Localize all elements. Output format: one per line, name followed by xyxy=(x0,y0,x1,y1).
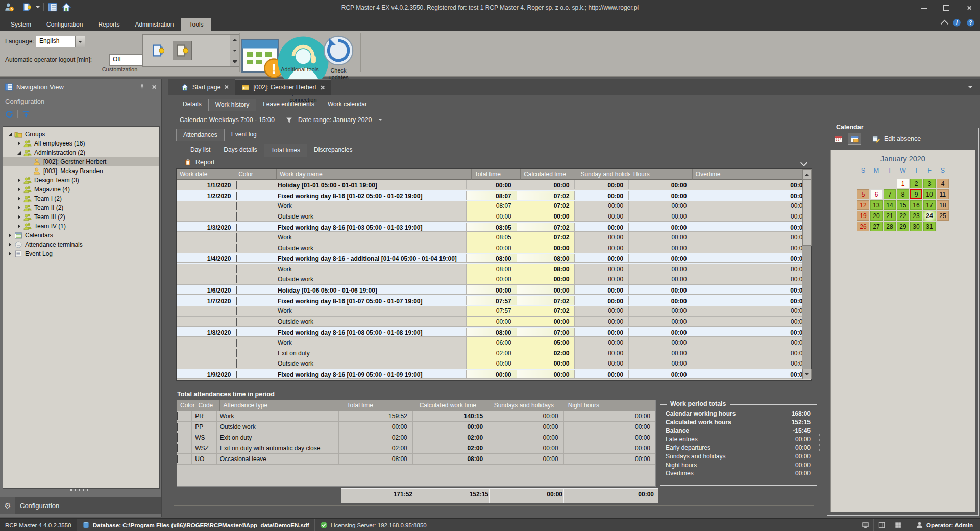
column-header-color[interactable]: Color xyxy=(235,169,277,180)
skin-option-selected[interactable] xyxy=(173,41,192,60)
menu-tab-tools[interactable]: Tools xyxy=(181,18,211,31)
tab-details[interactable]: Details xyxy=(176,99,208,111)
tree-item-design-team-3[interactable]: Design Team (3) xyxy=(3,176,159,185)
expander-icon[interactable] xyxy=(16,224,22,228)
tab-discrepancies[interactable]: Discrepancies xyxy=(307,144,359,157)
expander-icon[interactable] xyxy=(16,141,22,146)
menu-tab-reports[interactable]: Reports xyxy=(90,18,127,31)
tab-event-log[interactable]: Event log xyxy=(225,129,263,141)
report-row[interactable]: 1/8/2020Fixed working day 8-16 [01-08 05… xyxy=(177,327,811,337)
report-row[interactable]: Outside work00:0000:0000:0000:0000:00 xyxy=(177,211,811,222)
report-row[interactable]: Exit on duty02:0002:0000:0000:0000:00 xyxy=(177,348,811,359)
language-select[interactable]: English xyxy=(36,36,85,47)
report-row[interactable]: 1/7/2020Fixed working day 8-16 [01-07 05… xyxy=(177,296,811,306)
layout-panel-icon[interactable] xyxy=(878,521,886,529)
menu-tab-configuration[interactable]: Configuration xyxy=(39,18,90,31)
vertical-scrollbar[interactable] xyxy=(802,169,811,379)
report-row[interactable]: Work06:0005:0000:0000:0000:00 xyxy=(177,337,811,348)
report-row[interactable]: 1/2/2020Fixed working day 8-16 [01-02 05… xyxy=(177,190,811,201)
menu-tab-administration[interactable]: Administration xyxy=(127,18,181,31)
calendar-day-10[interactable]: 10 xyxy=(923,189,936,199)
help-icon[interactable]: ? xyxy=(966,18,975,27)
scrollbar-thumb[interactable] xyxy=(802,179,812,246)
calendar-day-20[interactable]: 20 xyxy=(870,211,883,221)
column-header-total-time[interactable]: Total time xyxy=(472,169,521,180)
column-header-work-date[interactable]: Work date xyxy=(177,169,235,180)
language-dropdown-button[interactable] xyxy=(75,36,85,47)
report-row[interactable]: Work08:0507:0200:0000:0000:00 xyxy=(177,232,811,243)
app-icon[interactable] xyxy=(22,2,32,12)
calendar-day-24[interactable]: 24 xyxy=(923,211,936,221)
summary-column-attendance-type[interactable]: Attendance type xyxy=(220,400,344,411)
gallery-expand-button[interactable] xyxy=(230,56,239,66)
calendar-day-22[interactable]: 22 xyxy=(897,211,909,221)
edit-absence-button[interactable]: Edit absence xyxy=(869,134,924,144)
report-row[interactable]: Work08:0707:0200:0000:0000:00 xyxy=(177,201,811,211)
tab-leave-entitlements[interactable]: Leave entitlements xyxy=(256,99,321,111)
column-header-calculated-time[interactable]: Calculated time xyxy=(521,169,577,180)
column-header-work-day-name[interactable]: Work day name xyxy=(277,169,472,180)
tab-attendances[interactable]: Attendances xyxy=(176,129,225,141)
maximize-button[interactable] xyxy=(935,0,958,16)
tab-work-history[interactable]: Work history xyxy=(208,99,256,111)
panel-splitter-handle[interactable] xyxy=(70,489,91,491)
calendar-day-11[interactable]: 11 xyxy=(937,189,949,199)
calendar-day-14[interactable]: 14 xyxy=(884,200,896,210)
summary-row[interactable]: WSExit on duty02:0002:0000:0000:00 xyxy=(177,432,655,443)
tree-item-event-log[interactable]: Event Log xyxy=(3,249,159,258)
tree-item-attendance-terminals[interactable]: Attendance terminals xyxy=(3,240,159,249)
tree-item-team-iii-2[interactable]: Team III (2) xyxy=(3,212,159,222)
close-tab-icon[interactable] xyxy=(224,85,229,89)
close-button[interactable] xyxy=(958,0,980,16)
summary-row[interactable]: UOOccasional leave08:0008:0000:0000:00 xyxy=(177,454,655,465)
navigation-bottom-bar[interactable]: ⚙ Configuration xyxy=(0,497,161,514)
calendar-day-9[interactable]: 9 xyxy=(910,189,922,199)
report-row[interactable]: Outside work00:0000:0000:0000:0000:00 xyxy=(177,274,811,285)
summary-row[interactable]: WSZExit on duty with automatic day close… xyxy=(177,443,655,454)
calendar-day-1[interactable]: 1 xyxy=(897,179,909,188)
calendar-day-29[interactable]: 29 xyxy=(897,222,909,231)
summary-column-calculated-work-time[interactable]: Calculated work time xyxy=(416,400,491,411)
report-row[interactable]: 1/6/2020Holiday [01-06 05:00 - 01-06 19:… xyxy=(177,285,811,296)
expander-icon[interactable] xyxy=(16,187,22,191)
minimize-button[interactable] xyxy=(913,0,935,16)
column-header-hours[interactable]: Hours xyxy=(630,169,693,180)
summary-row[interactable]: PRWork159:52140:1500:0000:00 xyxy=(177,411,655,422)
skin-option[interactable] xyxy=(149,41,167,60)
report-row[interactable]: 1/9/2020Fixed working day 8-16 [01-09 05… xyxy=(177,369,811,380)
expander-icon[interactable] xyxy=(16,215,22,219)
navigation-view-icon[interactable] xyxy=(47,2,58,12)
gallery-scroll-down-button[interactable] xyxy=(230,45,239,56)
report-row[interactable]: Work08:0008:0000:0000:0000:00 xyxy=(177,264,811,275)
tree-item-magazine-4[interactable]: Magazine (4) xyxy=(3,185,159,194)
calendar-day-26[interactable]: 26 xyxy=(857,222,869,231)
calendar-day-2[interactable]: 2 xyxy=(910,179,922,188)
column-header-sunday-and-holidays[interactable]: Sunday and holidays xyxy=(577,169,630,180)
report-row[interactable]: Work07:5707:0200:0000:0000:00 xyxy=(177,306,811,317)
collapse-all-icon[interactable] xyxy=(21,110,31,119)
doc-tab-002-gerstner-herbert[interactable]: [002]: Gerstner Herbert xyxy=(235,79,331,95)
chevron-down-icon[interactable] xyxy=(378,119,382,121)
grid-icon[interactable] xyxy=(894,521,902,529)
tree-item-team-iv-1[interactable]: Team IV (1) xyxy=(3,222,159,231)
tab-days-details[interactable]: Days details xyxy=(217,144,263,157)
tab-day-list[interactable]: Day list xyxy=(184,144,217,157)
calendar-edit-view-button[interactable] xyxy=(848,133,861,145)
expander-icon[interactable] xyxy=(16,206,22,210)
close-icon[interactable] xyxy=(152,85,156,89)
tree-item-administraction-2[interactable]: Administraction (2) xyxy=(3,148,159,157)
summary-column-code[interactable]: Code xyxy=(195,400,220,411)
calendar-day-19[interactable]: 19 xyxy=(857,211,869,221)
monitor-icon[interactable] xyxy=(862,521,869,529)
report-row[interactable]: Outside work00:0000:0000:0000:0000:00 xyxy=(177,243,811,254)
ribbon-tool-check-updates[interactable]: Check updates xyxy=(322,34,355,81)
calendar-day-28[interactable]: 28 xyxy=(884,222,896,231)
column-header-overtime[interactable]: Overtime xyxy=(693,169,811,180)
expander-icon[interactable] xyxy=(16,197,22,201)
tree-item-team-ii-2[interactable]: Team II (2) xyxy=(3,203,159,212)
refresh-icon[interactable] xyxy=(5,110,14,119)
tree-item-team-i-2[interactable]: Team I (2) xyxy=(3,194,159,203)
report-row[interactable]: Outside work00:0000:0000:0000:0000:00 xyxy=(177,317,811,327)
calendar-day-16[interactable]: 16 xyxy=(910,200,922,210)
calendar-day-5[interactable]: 5 xyxy=(857,189,869,199)
